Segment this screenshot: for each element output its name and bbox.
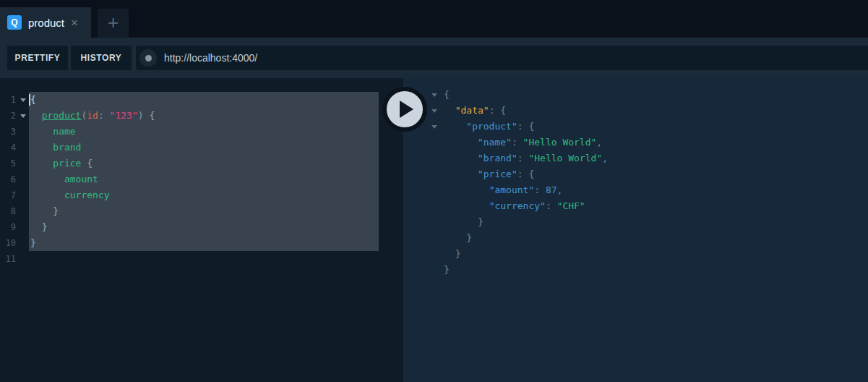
code-line[interactable]: name (29, 124, 403, 140)
code-line: { (403, 87, 868, 103)
status-dot-icon (139, 49, 157, 67)
code-line[interactable]: } (29, 235, 403, 251)
play-icon (400, 101, 413, 118)
code-line[interactable]: { (29, 92, 403, 108)
graphql-playground-window: Q product × + PRETTIFY HISTORY 123456789… (0, 0, 868, 382)
code-line: } (403, 262, 868, 278)
line-number: 3 (0, 127, 16, 137)
gutter-row: 6 (0, 171, 29, 187)
plus-icon: + (108, 13, 119, 32)
code-line[interactable]: product(id: "123") { (29, 108, 403, 124)
tab-product[interactable]: Q product × (0, 7, 91, 38)
line-number: 5 (0, 158, 16, 169)
code-line[interactable]: currency (29, 187, 403, 203)
code-line: } (403, 246, 868, 262)
line-number: 10 (0, 238, 16, 248)
line-number: 11 (0, 254, 16, 264)
gutter-row: 11 (0, 251, 29, 267)
code-line: } (403, 214, 868, 230)
endpoint-bar[interactable] (136, 46, 868, 70)
gutter-row: 5 (0, 156, 29, 171)
response-pane: { "data": { "product": { "name": "Hello … (403, 78, 868, 382)
query-badge-icon: Q (7, 15, 22, 30)
fold-arrow-icon[interactable] (20, 114, 26, 118)
line-number: 4 (0, 143, 16, 153)
code-line[interactable]: } (29, 203, 403, 219)
history-button[interactable]: HISTORY (71, 46, 132, 70)
line-number: 7 (0, 190, 16, 200)
workspace: 1234567891011 { product(id: "123") { nam… (0, 78, 868, 382)
code-line: "brand": "Hello World", (403, 150, 868, 166)
code-line[interactable]: amount (29, 171, 403, 187)
code-line: "currency": "CHF" (403, 198, 868, 214)
gutter-row: 10 (0, 235, 29, 251)
toolbar: PRETTIFY HISTORY (0, 38, 868, 78)
gutter-row: 8 (0, 203, 29, 219)
code-line: "amount": 87, (403, 182, 868, 198)
code-line: } (403, 230, 868, 246)
code-line: "product": { (403, 119, 868, 135)
line-number: 1 (0, 95, 16, 105)
tab-bar: Q product × + (0, 0, 868, 38)
line-number: 8 (0, 206, 16, 216)
query-editor-pane[interactable]: 1234567891011 { product(id: "123") { nam… (0, 78, 403, 382)
code-line[interactable] (29, 251, 403, 267)
code-line[interactable]: } (29, 219, 403, 235)
code-line: "price": { (403, 166, 868, 182)
gutter-row: 7 (0, 187, 29, 203)
gutter-row: 2 (0, 108, 29, 124)
add-tab-button[interactable]: + (98, 9, 129, 38)
code-line: "data": { (403, 103, 868, 119)
gutter-row: 4 (0, 140, 29, 156)
gutter-row: 1 (0, 92, 29, 108)
query-code[interactable]: { product(id: "123") { name brand price … (29, 92, 403, 267)
close-tab-icon[interactable]: × (71, 17, 78, 29)
url-input[interactable] (164, 52, 868, 64)
response-json: { "data": { "product": { "name": "Hello … (403, 87, 868, 278)
gutter-row: 3 (0, 124, 29, 140)
code-line[interactable]: brand (29, 140, 403, 156)
line-number: 9 (0, 222, 16, 232)
gutter-row: 9 (0, 219, 29, 235)
tab-label: product (28, 17, 64, 29)
collapse-arrow-icon[interactable] (431, 93, 437, 97)
code-line[interactable]: price { (29, 156, 403, 171)
collapse-arrow-icon[interactable] (431, 109, 437, 113)
fold-arrow-icon[interactable] (20, 98, 26, 102)
execute-query-button[interactable] (382, 87, 427, 132)
prettify-button[interactable]: PRETTIFY (7, 46, 68, 70)
code-line: "name": "Hello World", (403, 135, 868, 150)
line-number-gutter: 1234567891011 (0, 92, 29, 267)
collapse-arrow-icon[interactable] (431, 125, 437, 129)
line-number: 2 (0, 111, 16, 121)
line-number: 6 (0, 174, 16, 184)
